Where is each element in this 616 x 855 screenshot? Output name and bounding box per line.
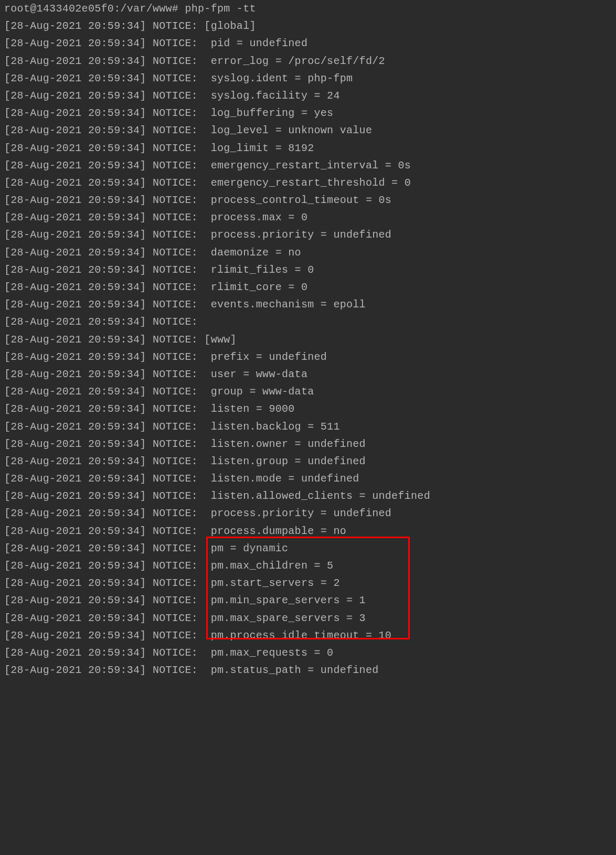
log-line: [28-Aug-2021 20:59:34] NOTICE: listen.gr… [4,453,612,470]
log-line: [28-Aug-2021 20:59:34] NOTICE: [global] [4,17,612,35]
log-line: [28-Aug-2021 20:59:34] NOTICE: listen.mo… [4,470,612,487]
log-line: [28-Aug-2021 20:59:34] NOTICE: log_limit… [4,140,612,157]
log-line: [28-Aug-2021 20:59:34] NOTICE: pm.max_sp… [4,610,612,627]
log-line: [28-Aug-2021 20:59:34] NOTICE: emergency… [4,157,612,174]
log-line: [28-Aug-2021 20:59:34] NOTICE: pm.proces… [4,627,612,644]
log-line: [28-Aug-2021 20:59:34] NOTICE: process.p… [4,226,612,243]
log-line: [28-Aug-2021 20:59:34] NOTICE: pm.max_re… [4,644,612,661]
log-line: [28-Aug-2021 20:59:34] NOTICE: rlimit_fi… [4,261,612,279]
log-line: [28-Aug-2021 20:59:34] NOTICE: [4,313,612,330]
log-line: [28-Aug-2021 20:59:34] NOTICE: log_level… [4,122,612,139]
log-line: [28-Aug-2021 20:59:34] NOTICE: listen.ow… [4,435,612,453]
log-line: [28-Aug-2021 20:59:34] NOTICE: rlimit_co… [4,279,612,296]
log-line: [28-Aug-2021 20:59:34] NOTICE: prefix = … [4,348,612,366]
log-line: [28-Aug-2021 20:59:34] NOTICE: error_log… [4,52,612,70]
log-line: [28-Aug-2021 20:59:34] NOTICE: syslog.fa… [4,87,612,104]
log-line: [28-Aug-2021 20:59:34] NOTICE: syslog.id… [4,70,612,87]
log-line: [28-Aug-2021 20:59:34] NOTICE: listen = … [4,400,612,418]
log-line: [28-Aug-2021 20:59:34] NOTICE: group = w… [4,383,612,400]
log-line: [28-Aug-2021 20:59:34] NOTICE: process.p… [4,505,612,522]
log-line: [28-Aug-2021 20:59:34] NOTICE: listen.ba… [4,418,612,435]
log-line: [28-Aug-2021 20:59:34] NOTICE: pm.max_ch… [4,557,612,574]
log-line: [28-Aug-2021 20:59:34] NOTICE: log_buffe… [4,104,612,122]
log-line: [28-Aug-2021 20:59:34] NOTICE: process.d… [4,522,612,540]
log-line: [28-Aug-2021 20:59:34] NOTICE: daemonize… [4,244,612,261]
log-line: [28-Aug-2021 20:59:34] NOTICE: events.me… [4,296,612,313]
log-line: [28-Aug-2021 20:59:34] NOTICE: pm.start_… [4,574,612,592]
log-line: [28-Aug-2021 20:59:34] NOTICE: pid = und… [4,35,612,52]
shell-prompt-line: root@1433402e05f0:/var/www# php-fpm -tt [4,0,612,17]
terminal-window[interactable]: root@1433402e05f0:/var/www# php-fpm -tt … [0,0,616,855]
log-line: [28-Aug-2021 20:59:34] NOTICE: pm = dyna… [4,540,612,557]
log-line: [28-Aug-2021 20:59:34] NOTICE: user = ww… [4,366,612,383]
log-line: [28-Aug-2021 20:59:34] NOTICE: emergency… [4,174,612,191]
log-line: [28-Aug-2021 20:59:34] NOTICE: listen.al… [4,487,612,505]
log-output: [28-Aug-2021 20:59:34] NOTICE: [global][… [4,17,612,679]
log-line: [28-Aug-2021 20:59:34] NOTICE: process.m… [4,209,612,226]
log-line: [28-Aug-2021 20:59:34] NOTICE: pm.status… [4,661,612,679]
log-line: [28-Aug-2021 20:59:34] NOTICE: process_c… [4,191,612,209]
log-line: [28-Aug-2021 20:59:34] NOTICE: pm.min_sp… [4,592,612,609]
log-line: [28-Aug-2021 20:59:34] NOTICE: [www] [4,331,612,348]
